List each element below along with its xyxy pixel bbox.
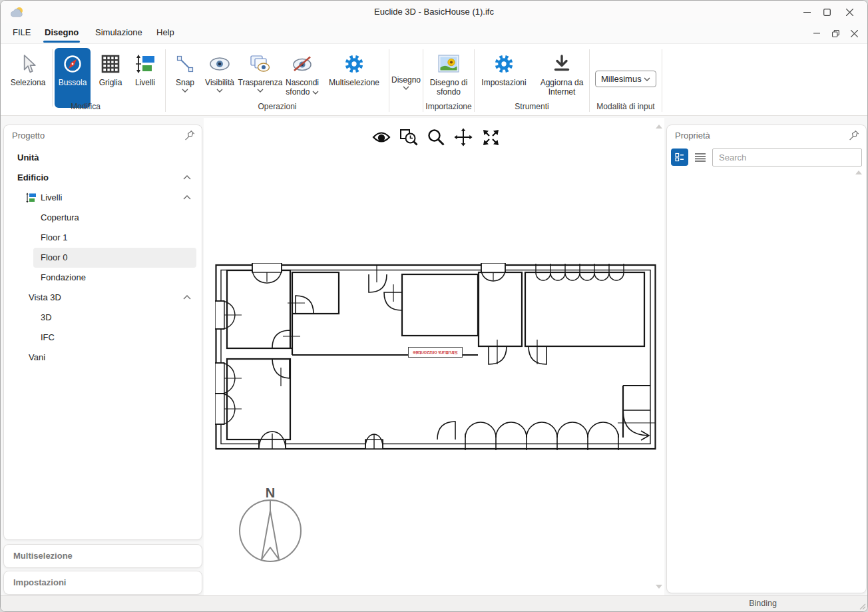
impostazioni-panel[interactable]: Impostazioni (3, 571, 202, 595)
zoom-fit-tool[interactable] (481, 128, 500, 147)
nascondi-sfondo-label: Nascondi sfondo (282, 78, 323, 97)
tree-item-fondazione[interactable]: Fondazione (4, 268, 202, 288)
tree-item-vani[interactable]: Vani (4, 348, 202, 368)
maximize-button[interactable] (817, 5, 837, 19)
nascondi-sfondo-button[interactable]: Nascondi sfondo (282, 47, 323, 97)
aggiorna-da-internet-label: Aggiorna da Internet (535, 78, 588, 97)
chevron-up-icon[interactable] (183, 295, 191, 300)
expand-icon (482, 129, 500, 147)
gear-icon (493, 53, 515, 75)
chevron-up-icon[interactable] (183, 175, 191, 180)
ribbon-group-modifica: Seleziona Bussola Griglia (6, 47, 165, 113)
ribbon: Seleziona Bussola Griglia (1, 43, 867, 116)
ribbon-group-disegno: Disegno (389, 47, 423, 113)
window-title: Euclide 3D - BasicHouse (1).ifc (1, 1, 867, 23)
aggiorna-da-internet-button[interactable]: Aggiorna da Internet (535, 47, 588, 97)
tree-item-livelli[interactable]: Livelli (4, 188, 202, 208)
disegno-label: Disegno (391, 75, 421, 85)
tree-item-edificio[interactable]: Edificio (4, 168, 202, 188)
titlebar: Euclide 3D - BasicHouse (1).ifc (1, 1, 867, 23)
multiselezione-panel[interactable]: Multiselezione (3, 544, 202, 568)
categorized-view-button[interactable] (671, 149, 688, 166)
tree-item-floor-1[interactable]: Floor 1 (4, 228, 202, 248)
list-view-button[interactable] (692, 149, 709, 166)
menu-file[interactable]: FILE (10, 23, 33, 43)
eye-slash-icon (292, 56, 313, 72)
ribbon-group-strumenti: Impostazioni Aggiorna da Internet Strume… (475, 47, 589, 113)
divider (662, 49, 662, 112)
tree-item-unita[interactable]: Unità (4, 148, 202, 168)
chevron-down-icon (182, 89, 188, 93)
input-mode-dropdown[interactable]: Millesimus (595, 71, 656, 87)
levels-icon (25, 192, 37, 203)
pin-icon[interactable] (184, 130, 195, 141)
ribbon-group-operazioni: Snap Visibilità Traspa (166, 47, 389, 113)
project-panel: Progetto Unità Edificio (3, 125, 202, 540)
disegno-button[interactable]: Disegno (389, 47, 423, 90)
cursor-icon (19, 54, 37, 74)
menu-help[interactable]: Help (154, 23, 177, 43)
ribbon-group-modalita: Millesimus Modalità di input (590, 47, 662, 113)
child-restore-button[interactable] (826, 26, 845, 41)
orbit-eye-tool[interactable] (372, 128, 391, 147)
properties-panel-title: Proprietà (675, 131, 710, 141)
close-button[interactable] (839, 5, 859, 19)
griglia-button[interactable]: Griglia (93, 47, 128, 87)
disegno-di-sfondo-button[interactable]: Disegno di sfondo (425, 47, 472, 97)
group-label-strumenti: Strumenti (475, 102, 589, 111)
pan-tool[interactable] (454, 128, 473, 147)
visibilita-button[interactable]: Visibilità (200, 47, 239, 93)
griglia-label: Griglia (99, 78, 122, 87)
eye-view-icon (372, 129, 391, 145)
download-icon (552, 54, 572, 74)
properties-scroll-up[interactable] (855, 170, 862, 174)
chevron-down-icon (312, 91, 319, 95)
resize-grip[interactable] (858, 602, 866, 610)
seleziona-button[interactable]: Seleziona (6, 47, 50, 87)
menu-disegno[interactable]: Disegno (42, 23, 81, 43)
tree-item-vista-3d[interactable]: Vista 3D (4, 288, 202, 308)
magnifier-icon (427, 129, 445, 146)
chevron-up-icon[interactable] (183, 195, 191, 200)
trasparenza-button[interactable]: Trasparenza (239, 47, 282, 93)
tree-item-ifc[interactable]: IFC (4, 328, 202, 348)
drawing-canvas[interactable]: Struttura orizzontale N (204, 118, 664, 595)
chevron-down-icon (644, 77, 650, 81)
snap-button[interactable]: Snap (170, 47, 200, 93)
impostazioni-label: Impostazioni (481, 78, 526, 87)
trasparenza-label: Trasparenza (238, 78, 283, 87)
input-mode-value: Millesimus (601, 74, 642, 84)
disegno-di-sfondo-label: Disegno di sfondo (425, 78, 472, 97)
canvas-scroll-up[interactable] (656, 125, 662, 129)
canvas-scroll-down[interactable] (656, 585, 662, 589)
properties-panel-header: Proprietà (667, 125, 866, 145)
bussola-button[interactable]: Bussola (55, 48, 91, 108)
project-tree: Unità Edificio Livelli Copertur (4, 148, 202, 368)
impostazioni-button[interactable]: Impostazioni (475, 47, 533, 87)
pin-icon[interactable] (849, 130, 859, 141)
categorized-view-icon (674, 152, 685, 162)
tree-item-floor-0[interactable]: Floor 0 (33, 248, 196, 268)
child-minimize-button[interactable] (807, 26, 826, 41)
zoom-tool[interactable] (427, 128, 445, 147)
statusbar: Binding (1, 595, 867, 611)
livelli-button[interactable]: Livelli (129, 47, 161, 87)
tree-item-3d[interactable]: 3D (4, 308, 202, 328)
visibilita-label: Visibilità (205, 78, 234, 87)
properties-toolbar (671, 148, 862, 166)
zoom-window-tool[interactable] (399, 128, 418, 147)
list-view-icon (694, 153, 706, 162)
child-close-button[interactable] (845, 26, 863, 41)
properties-search-input[interactable] (712, 149, 862, 166)
group-label-modalita: Modalità di input (590, 102, 662, 111)
floor-plan-drawing[interactable] (215, 263, 656, 455)
north-compass[interactable]: N (237, 485, 304, 567)
canvas-toolbar (372, 128, 500, 147)
multiselezione-button[interactable]: Multiselezione (323, 47, 385, 87)
menu-simulazione[interactable]: Simulazione (93, 23, 145, 43)
bussola-label: Bussola (59, 78, 87, 87)
plan-object-label[interactable]: Struttura orizzontale (408, 347, 463, 358)
tree-item-copertura[interactable]: Copertura (4, 208, 202, 228)
minimize-button[interactable] (797, 5, 817, 19)
grid-icon (101, 54, 120, 74)
